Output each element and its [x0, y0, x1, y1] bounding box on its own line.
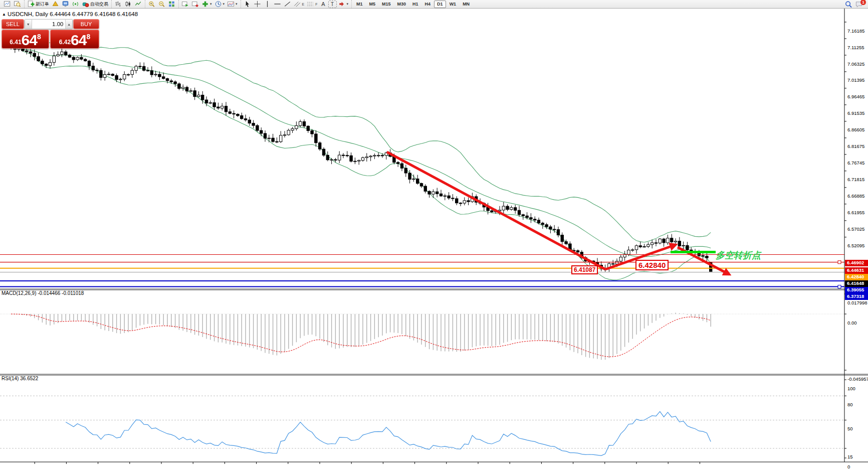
templates-button[interactable]: ▾ — [226, 1, 239, 8]
timeframe-h4[interactable]: H4 — [422, 1, 434, 8]
trend-arrow — [387, 152, 605, 269]
annotation-price-level-label[interactable]: 6.42840 — [635, 260, 669, 270]
price-tick-label: 6.57025 — [847, 226, 864, 232]
price-highlight-label: 6.41648 — [845, 280, 868, 287]
macd-histogram-layer — [11, 313, 711, 360]
chevron-down-icon: ▾ — [210, 2, 212, 6]
timeframe-w1[interactable]: W1 — [447, 1, 460, 8]
fibonacci-icon[interactable]: F — [306, 1, 318, 8]
collapse-icon[interactable]: ▲ — [2, 12, 6, 17]
macd-tick-label: -0.045957 — [847, 376, 868, 382]
rsi-indicator-label: RSI(14) 36.6522 — [2, 376, 38, 381]
chevron-down-icon: ▾ — [223, 2, 225, 6]
new-order-button[interactable]: 新订单 — [26, 1, 50, 8]
macd-indicator-label: MACD(12,26,9) -0.014466 -0.011018 — [2, 290, 84, 296]
macd-signal-line — [11, 314, 711, 357]
annotation-cjk-text[interactable]: 多空转折点 — [716, 249, 761, 261]
timeframe-m15[interactable]: M15 — [379, 1, 394, 8]
trend-arrows-layer[interactable] — [387, 152, 729, 274]
macd-tick-label: 0.00 — [847, 320, 857, 326]
hline-handle — [838, 261, 841, 264]
sell-button[interactable]: SELL — [2, 19, 24, 29]
price-tick-label: 6.52095 — [847, 243, 864, 248]
cursor-icon[interactable] — [243, 1, 252, 8]
crosshair-icon[interactable] — [253, 1, 262, 8]
price-tick-label: 6.91535 — [847, 110, 864, 116]
vertical-line-icon[interactable] — [263, 1, 272, 8]
indicators-button[interactable]: ▾ — [200, 1, 213, 8]
fibonacci-letter: F — [315, 3, 317, 6]
autotrading-label: 自动交易 — [90, 1, 108, 8]
search-icon[interactable] — [843, 1, 853, 8]
toolbar-group-charts — [1, 0, 24, 8]
buy-price-box[interactable]: 6.42648 — [50, 30, 99, 49]
price-tick-label: 6.81675 — [847, 143, 864, 149]
buy-button[interactable]: BUY — [73, 19, 99, 29]
price-highlight-label: 6.39055 — [845, 287, 868, 293]
tile-windows-icon[interactable] — [167, 1, 176, 8]
price-tick-label: 6.71815 — [847, 177, 864, 182]
green-highlight-segment — [671, 251, 716, 253]
bb-upper — [23, 42, 711, 242]
line-chart-type-icon[interactable] — [133, 1, 143, 8]
rsi-line — [66, 411, 711, 455]
autotrading-button[interactable]: 自动交易 — [81, 1, 109, 8]
timeframe-mn[interactable]: MN — [460, 1, 473, 8]
timeframe-m1[interactable]: M1 — [353, 1, 366, 8]
candle-chart-type-icon[interactable] — [123, 1, 133, 8]
volume-decrease-button[interactable]: ▼ — [25, 20, 32, 29]
price-highlight-label: 6.46902 — [845, 260, 868, 266]
text-icon[interactable]: A — [319, 1, 328, 8]
annotation-price-low-label[interactable]: 6.41087 — [571, 265, 598, 274]
macd-tick-label: 0.017998 — [847, 300, 867, 305]
trendline-icon[interactable] — [283, 1, 292, 8]
metaeditor-icon[interactable] — [51, 1, 60, 8]
new-chart-button[interactable] — [3, 1, 12, 8]
new-order-label: 新订单 — [36, 1, 49, 8]
rsi-tick-label: 80 — [847, 402, 853, 407]
timeframe-m30[interactable]: M30 — [394, 1, 409, 8]
sell-price-sup: 8 — [37, 33, 41, 41]
timeframe-h1[interactable]: H1 — [409, 1, 421, 8]
toolbar-group-zoom — [145, 0, 178, 8]
rsi-tick-label: 15 — [847, 454, 853, 459]
horizontal-line-icon[interactable] — [273, 1, 282, 8]
volume-increase-button[interactable]: ▲ — [65, 20, 72, 29]
channel-letter: E — [302, 3, 305, 6]
timeframe-m5[interactable]: M5 — [366, 1, 379, 8]
auto-scroll-icon[interactable] — [180, 1, 190, 8]
chart-shift-icon[interactable] — [190, 1, 200, 8]
chart-workspace: ▲USDCNH, Daily 6.44464 6.44779 6.41648 6… — [0, 9, 868, 473]
chart-canvas[interactable] — [0, 9, 868, 473]
periods-button[interactable]: ▾ — [213, 1, 226, 8]
candles-layer — [10, 42, 712, 272]
text-label-icon[interactable]: T — [328, 1, 337, 8]
price-tick-label: 7.11255 — [847, 45, 864, 50]
notifications-button[interactable]: 1 — [854, 1, 864, 8]
terminal-icon[interactable] — [61, 1, 70, 8]
toolbar-group-chart-tools: ▾ ▾ ▾ — [178, 0, 240, 8]
timeframe-d1[interactable]: D1 — [434, 1, 446, 8]
price-tick-label: 6.96465 — [847, 94, 864, 99]
channel-icon[interactable]: E — [293, 1, 306, 8]
signals-icon[interactable] — [71, 1, 80, 8]
volume-input[interactable] — [32, 20, 66, 29]
toolbar-group-trading: 新订单 自动交易 — [24, 0, 111, 8]
one-click-trading-panel: SELL ▼ ▲ BUY 6.41648 6.42648 — [2, 19, 99, 49]
buy-price-main: 6.42 — [59, 39, 71, 46]
sell-price-big: 64 — [22, 34, 37, 47]
chevron-down-icon: ▾ — [347, 2, 349, 6]
bar-chart-type-icon[interactable] — [113, 1, 123, 8]
price-tick-label: 6.66885 — [847, 193, 864, 199]
price-highlight-label: 6.44631 — [845, 267, 868, 274]
rsi-tick-label: 50 — [847, 426, 853, 431]
price-tick-label: 7.16185 — [847, 28, 864, 34]
zoom-in-icon[interactable] — [147, 1, 156, 8]
sell-price-main: 6.41 — [10, 39, 21, 46]
shapes-button[interactable]: ▾ — [337, 1, 350, 8]
zoom-out-icon[interactable] — [157, 1, 166, 8]
sell-price-box[interactable]: 6.41648 — [2, 30, 49, 49]
price-tick-label: 7.06325 — [847, 61, 864, 67]
chart-profiles-button[interactable] — [13, 1, 22, 8]
notification-count: 1 — [860, 0, 866, 5]
